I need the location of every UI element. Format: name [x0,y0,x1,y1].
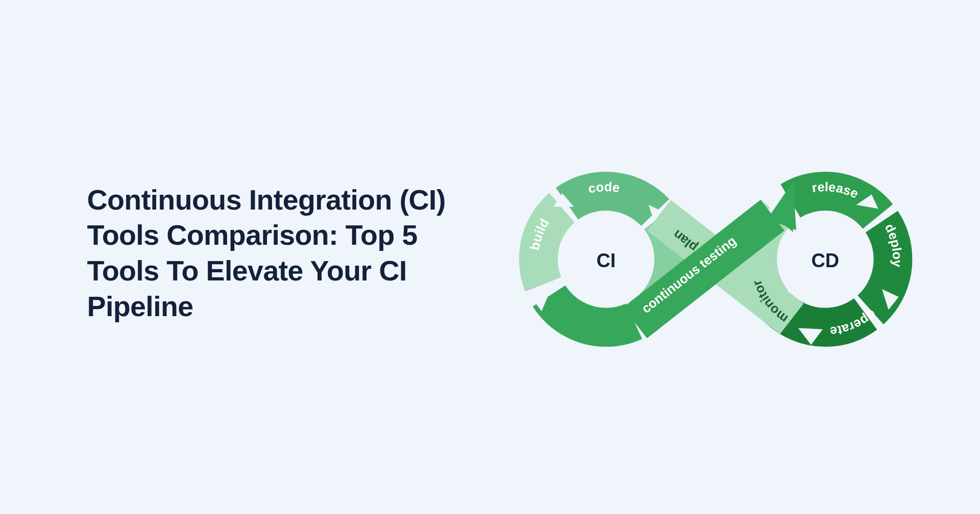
ci-center-label: CI [596,250,616,271]
cd-center-label: CD [811,250,839,271]
page-headline: Continuous Integration (CI) Tools Compar… [87,182,474,324]
ci-cd-infinity-diagram: CI CD code build release deploy operate … [490,143,941,376]
